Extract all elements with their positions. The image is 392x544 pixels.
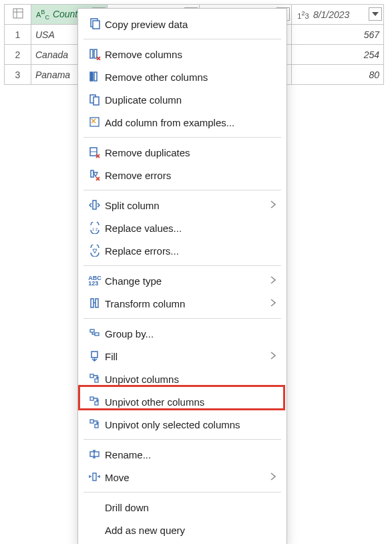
menu-label: Remove columns [105,49,280,60]
menu-label: Replace values... [105,223,280,234]
menu-label: Unpivot only selected columns [105,419,280,430]
menu-label: Split column [105,200,270,211]
col-header-8-1-2023[interactable]: 123 8/1/2023 [292,5,384,25]
svg-rect-19 [90,329,94,332]
svg-text:1 2: 1 2 [92,227,98,231]
menu-label: Unpivot other columns [105,396,280,408]
menu-label: Copy preview data [105,19,280,30]
menu-drill-down[interactable]: Drill down [78,496,286,519]
svg-rect-10 [93,97,99,105]
chevron-right-icon [270,472,280,483]
fill-icon [85,350,105,362]
menu-split-column[interactable]: Split column [78,194,286,217]
svg-rect-4 [93,21,100,29]
split-column-icon [85,199,105,211]
transform-column-icon [85,297,105,309]
menu-unpivot-only-selected[interactable]: Unpivot only selected columns [78,413,286,436]
unpivot-other-icon [85,396,105,408]
copy-icon [85,18,105,30]
svg-rect-15 [93,200,96,209]
menu-move[interactable]: Move [78,466,286,489]
menu-label: Unpivot columns [105,374,280,385]
menu-copy-preview-data[interactable]: Copy preview data [78,13,286,35]
menu-replace-values[interactable]: 1 2 Replace values... [78,217,286,239]
svg-rect-20 [95,333,99,335]
svg-rect-17 [91,299,93,307]
add-column-examples-icon [85,116,105,128]
menu-fill[interactable]: Fill [78,345,286,368]
remove-errors-icon [85,169,105,181]
chevron-right-icon [270,298,280,309]
svg-rect-22 [90,374,93,378]
menu-label: Transform column [105,298,270,309]
menu-remove-duplicates[interactable]: Remove duplicates [78,141,286,164]
filter-dropdown[interactable] [369,7,382,21]
unpivot-only-icon [85,418,105,430]
menu-replace-errors[interactable]: Replace errors... [78,239,286,262]
svg-rect-8 [94,72,97,81]
menu-duplicate-column[interactable]: Duplicate column [78,88,286,111]
menu-label: Group by... [105,328,280,339]
menu-rename[interactable]: Rename... [78,443,286,466]
type-text-icon: ABC [35,9,50,21]
svg-rect-5 [90,49,93,58]
svg-rect-25 [95,402,98,405]
svg-rect-14 [91,170,93,177]
menu-label: Remove other columns [105,72,280,83]
menu-unpivot-other-columns[interactable]: Unpivot other columns [78,390,286,413]
menu-remove-other-columns[interactable]: Remove other columns [78,65,286,88]
unpivot-icon [85,373,105,385]
remove-columns-icon [85,48,105,60]
menu-separator [83,39,281,39]
menu-remove-errors[interactable]: Remove errors [78,164,286,186]
menu-separator [83,265,281,266]
chevron-right-icon [270,200,280,211]
chevron-right-icon [270,351,280,362]
menu-label: Drill down [105,502,280,513]
menu-remove-columns[interactable]: Remove columns [78,43,286,65]
menu-label: Rename... [105,449,280,460]
cell[interactable]: 254 [292,45,384,65]
row-number[interactable]: 3 [5,65,31,85]
cell[interactable]: 567 [292,25,384,45]
menu-add-column-from-examples[interactable]: Add column from examples... [78,111,286,134]
menu-group-by[interactable]: Group by... [78,322,286,345]
svg-rect-18 [95,299,98,307]
cell[interactable]: 80 [292,65,384,85]
svg-rect-32 [93,473,96,481]
menu-separator [83,318,281,319]
rename-icon [85,448,105,460]
remove-other-columns-icon [85,71,105,83]
chevron-right-icon [270,275,280,286]
menu-label: Remove duplicates [105,147,280,158]
col-label: 8/1/2023 [313,9,350,20]
grid-corner[interactable] [5,5,31,25]
type-number-icon: 123 [296,10,311,20]
menu-label: Replace errors... [105,245,280,257]
svg-rect-0 [13,9,23,18]
svg-rect-7 [90,72,93,81]
menu-separator [83,190,281,190]
menu-label: Add column from examples... [105,117,280,128]
menu-separator [83,137,281,138]
row-number[interactable]: 1 [5,25,31,45]
svg-rect-27 [95,424,98,428]
menu-transform-column[interactable]: Transform column [78,292,286,315]
menu-change-type[interactable]: ABC123 Change type [78,269,286,292]
menu-label: Fill [105,351,270,362]
menu-label: Remove errors [105,170,280,181]
replace-values-icon: 1 2 [85,222,105,234]
menu-unpivot-columns[interactable]: Unpivot columns [78,368,286,390]
menu-label: Add as new query [105,525,280,536]
group-by-icon [85,327,105,339]
move-icon [85,471,105,483]
replace-errors-icon [85,245,105,257]
menu-separator [83,492,281,493]
menu-label: Change type [105,275,270,287]
svg-rect-21 [91,352,97,358]
duplicate-icon [85,94,105,106]
menu-add-as-new-query[interactable]: Add as new query [78,519,286,541]
menu-label: Move [105,472,270,483]
row-number[interactable]: 2 [5,45,31,65]
menu-label: Duplicate column [105,94,280,106]
